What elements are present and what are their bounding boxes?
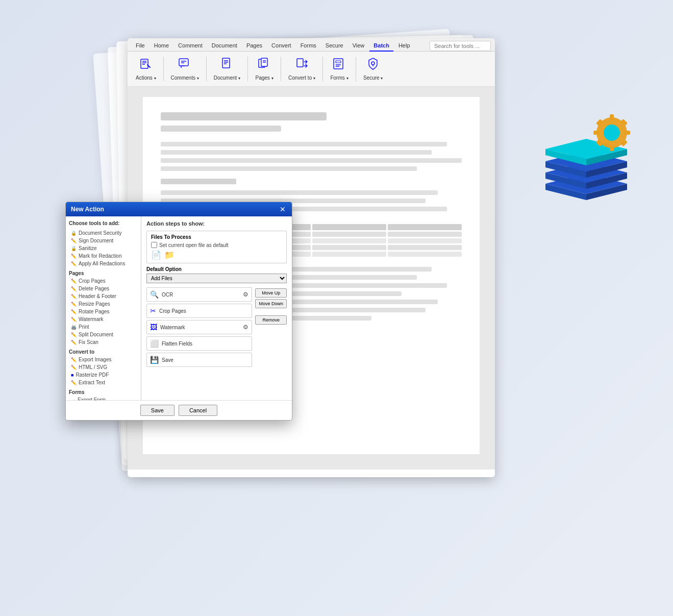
sanitize-icon: 🔒 bbox=[71, 246, 77, 251]
ocr-settings-icon[interactable]: ⚙ bbox=[243, 291, 248, 298]
convert-label: Convert to ▾ bbox=[288, 75, 315, 81]
open-folder-icon[interactable]: 📁 bbox=[164, 250, 175, 260]
tab-file[interactable]: File bbox=[132, 40, 149, 52]
comments-label: Comments ▾ bbox=[171, 75, 199, 81]
tab-document[interactable]: Document bbox=[208, 40, 241, 52]
lock-icon: 🔒 bbox=[71, 231, 77, 236]
tab-secure[interactable]: Secure bbox=[321, 40, 347, 52]
tool-item-watermark[interactable]: ✏️ Watermark bbox=[69, 315, 138, 323]
tab-home[interactable]: Home bbox=[150, 40, 173, 52]
step-save: 💾 Save bbox=[146, 353, 252, 367]
doc-line-5 bbox=[161, 190, 438, 195]
tool-item-rasterize[interactable]: ■ Rasterize PDF bbox=[69, 371, 138, 379]
tool-item-crop[interactable]: ✏️ Crop Pages bbox=[69, 277, 138, 285]
tool-item-apply-redact[interactable]: ✏️ Apply All Redactions bbox=[69, 260, 138, 267]
dialog-title: New Action bbox=[71, 206, 104, 213]
forms-label: Forms ▾ bbox=[330, 75, 348, 81]
move-up-button[interactable]: Move Up bbox=[255, 288, 287, 298]
dialog-footer: Save Cancel bbox=[66, 400, 292, 420]
move-down-button[interactable]: Move Down bbox=[255, 299, 287, 308]
ribbon-divider-5 bbox=[322, 57, 323, 81]
doc-line-1 bbox=[161, 142, 447, 146]
ribbon-tools-row: Actions ▾ Comments ▾ Document ▾ bbox=[128, 52, 495, 86]
pages-icon bbox=[257, 57, 271, 74]
tool-item-split-doc[interactable]: ✏️ Split Document bbox=[69, 331, 138, 338]
tool-item-mark-redact[interactable]: ✏️ Mark for Redaction bbox=[69, 252, 138, 260]
steps-list: 🔍 OCR ⚙ ✂ Crop Pages 🖼 Watermark ⚙ bbox=[146, 287, 252, 396]
rotate-icon: ✏️ bbox=[71, 309, 77, 314]
ribbon-tool-actions[interactable]: Actions ▾ bbox=[132, 55, 160, 83]
ribbon-tool-pages[interactable]: Pages ▾ bbox=[251, 55, 278, 83]
crop-icon: ✏️ bbox=[71, 279, 77, 284]
svg-point-43 bbox=[604, 125, 620, 141]
svg-rect-15 bbox=[297, 59, 303, 67]
steps-and-buttons: 🔍 OCR ⚙ ✂ Crop Pages 🖼 Watermark ⚙ bbox=[146, 287, 287, 396]
ribbon-divider-2 bbox=[206, 57, 207, 81]
html-icon: ✏️ bbox=[71, 365, 77, 370]
default-option-select[interactable]: Add Files bbox=[146, 274, 287, 283]
step-crop-pages: ✂ Crop Pages bbox=[146, 304, 252, 318]
tool-item-delete-pages[interactable]: ✏️ Delete Pages bbox=[69, 285, 138, 292]
watermark-step-icon: 🖼 bbox=[150, 323, 157, 331]
export-form-icon: → bbox=[71, 398, 76, 401]
forms-icon bbox=[332, 57, 346, 74]
dialog-cancel-button[interactable]: Cancel bbox=[179, 405, 217, 416]
watermark-settings-icon[interactable]: ⚙ bbox=[243, 324, 248, 331]
ribbon-divider-6 bbox=[356, 57, 356, 81]
tool-item-fix-scan[interactable]: ✏️ Fix Scan bbox=[69, 338, 138, 346]
ribbon-tool-secure[interactable]: Secure ▾ bbox=[359, 55, 387, 83]
ocr-step-icon: 🔍 bbox=[150, 290, 159, 299]
tab-help[interactable]: Help bbox=[394, 40, 414, 52]
tool-item-export-form[interactable]: → Export Form bbox=[69, 396, 138, 400]
dialog-close-button[interactable]: ✕ bbox=[279, 205, 287, 213]
new-file-icon[interactable]: 📄 bbox=[151, 250, 161, 260]
ribbon-tab-row: File Home Comment Document Pages Convert… bbox=[128, 38, 495, 52]
doc-line-3 bbox=[161, 158, 462, 163]
dialog-save-button[interactable]: Save bbox=[140, 405, 175, 416]
tool-item-header-footer[interactable]: ✏️ Header & Footer bbox=[69, 292, 138, 300]
mark-icon: ✏️ bbox=[71, 254, 77, 259]
tool-item-sign-doc[interactable]: ✏️ Sign Document bbox=[69, 237, 138, 244]
secure-icon bbox=[366, 57, 380, 74]
ribbon-tool-forms[interactable]: Forms ▾ bbox=[326, 55, 353, 83]
tool-item-export-images[interactable]: ✏️ Export Images bbox=[69, 356, 138, 363]
ribbon-tool-convert[interactable]: Convert to ▾ bbox=[284, 55, 319, 83]
forms-section-header: Forms bbox=[69, 389, 138, 395]
tab-forms[interactable]: Forms bbox=[296, 40, 320, 52]
step-flatten-fields: ⬜ Flatten Fields bbox=[146, 336, 252, 351]
tool-item-extract-text[interactable]: ✏️ Extract Text bbox=[69, 379, 138, 386]
tab-batch[interactable]: Batch bbox=[369, 40, 393, 52]
flatten-step-icon: ⬜ bbox=[150, 339, 159, 348]
step-ocr: 🔍 OCR ⚙ bbox=[146, 287, 252, 302]
ribbon-search[interactable] bbox=[430, 41, 491, 51]
action-panel: Action steps to show: Files To Process S… bbox=[141, 216, 292, 400]
tab-view[interactable]: View bbox=[348, 40, 369, 52]
tool-item-resize-pages[interactable]: ✏️ Resize Pages bbox=[69, 300, 138, 308]
tab-pages[interactable]: Pages bbox=[242, 40, 266, 52]
tab-comment[interactable]: Comment bbox=[174, 40, 207, 52]
remove-button[interactable]: Remove bbox=[255, 315, 287, 325]
ribbon-tool-document[interactable]: Document ▾ bbox=[210, 55, 244, 83]
doc-line-4 bbox=[161, 166, 417, 171]
header-icon: ✏️ bbox=[71, 294, 77, 299]
flatten-step-label: Flatten Fields bbox=[162, 341, 248, 347]
tools-panel-label: Choose tools to add: bbox=[69, 220, 138, 226]
convert-section-header: Convert to bbox=[69, 349, 138, 355]
set-default-checkbox[interactable] bbox=[151, 242, 157, 248]
action-panel-title: Action steps to show: bbox=[146, 220, 287, 227]
document-icon bbox=[220, 57, 234, 74]
tool-item-rotate-pages[interactable]: ✏️ Rotate Pages bbox=[69, 308, 138, 315]
dialog-body: Choose tools to add: 🔒 Document Security… bbox=[66, 216, 292, 400]
svg-rect-7 bbox=[222, 58, 230, 68]
tool-item-doc-security[interactable]: 🔒 Document Security bbox=[69, 229, 138, 237]
tool-item-print[interactable]: 🖨️ Print bbox=[69, 323, 138, 331]
tool-item-sanitize[interactable]: 🔒 Sanitize bbox=[69, 244, 138, 252]
tool-item-html-svg[interactable]: ✏️ HTML / SVG bbox=[69, 363, 138, 371]
watermark-icon: ✏️ bbox=[71, 317, 77, 322]
apply-icon: ✏️ bbox=[71, 261, 77, 266]
ribbon-tool-comments[interactable]: Comments ▾ bbox=[167, 55, 203, 83]
tab-convert[interactable]: Convert bbox=[267, 40, 295, 52]
save-step-icon: 💾 bbox=[150, 356, 159, 364]
files-checkbox-row: Set current open file as default bbox=[151, 242, 282, 248]
iso-svg bbox=[530, 97, 642, 230]
